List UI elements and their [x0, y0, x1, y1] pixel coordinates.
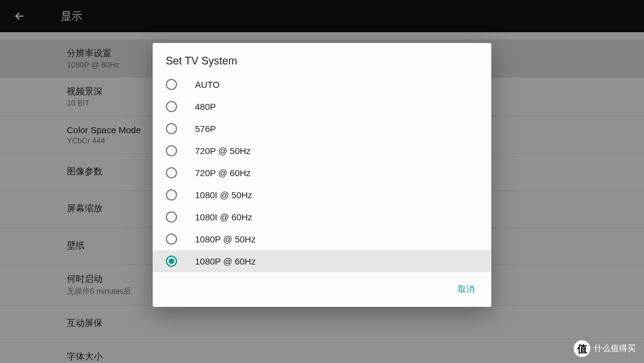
- radio-option[interactable]: 1080I @ 50Hz: [153, 184, 491, 206]
- radio-unchecked-icon: [166, 233, 177, 245]
- radio-option[interactable]: 1080P @ 50Hz: [153, 228, 491, 250]
- radio-unchecked-icon: [166, 145, 177, 156]
- radio-list: AUTO480P576P720P @ 50Hz720P @ 60Hz1080I …: [153, 73, 491, 272]
- dialog-title: Set TV System: [153, 43, 491, 73]
- radio-label: 720P @ 50Hz: [195, 146, 250, 156]
- radio-label: 720P @ 60Hz: [195, 168, 250, 178]
- radio-unchecked-icon: [166, 189, 177, 201]
- radio-checked-icon: [166, 256, 177, 267]
- radio-option[interactable]: 1080P @ 60Hz: [153, 250, 491, 272]
- radio-label: 480P: [195, 101, 216, 112]
- radio-label: 1080P @ 60Hz: [195, 256, 256, 266]
- radio-option[interactable]: 480P: [153, 96, 491, 118]
- dialog-actions: 取消: [153, 272, 491, 307]
- radio-label: 1080I @ 60Hz: [195, 212, 252, 222]
- radio-label: 1080I @ 50Hz: [195, 190, 252, 200]
- radio-label: AUTO: [195, 79, 219, 90]
- radio-option[interactable]: 720P @ 60Hz: [153, 162, 491, 184]
- radio-unchecked-icon: [166, 211, 177, 223]
- radio-option[interactable]: 1080I @ 60Hz: [153, 206, 491, 228]
- radio-label: 1080P @ 50Hz: [195, 234, 256, 244]
- radio-unchecked-icon: [166, 167, 177, 179]
- watermark: 值 什么值得买: [574, 340, 636, 357]
- radio-unchecked-icon: [166, 123, 177, 134]
- tv-system-dialog: Set TV System AUTO480P576P720P @ 50Hz720…: [153, 43, 491, 307]
- radio-option[interactable]: 720P @ 50Hz: [153, 140, 491, 162]
- radio-option[interactable]: AUTO: [153, 73, 491, 96]
- cancel-button[interactable]: 取消: [452, 281, 481, 299]
- radio-unchecked-icon: [166, 79, 177, 90]
- radio-unchecked-icon: [166, 101, 177, 112]
- radio-option[interactable]: 576P: [153, 118, 491, 140]
- radio-label: 576P: [195, 124, 216, 134]
- watermark-badge: 值: [574, 340, 590, 357]
- watermark-text: 什么值得买: [594, 343, 636, 354]
